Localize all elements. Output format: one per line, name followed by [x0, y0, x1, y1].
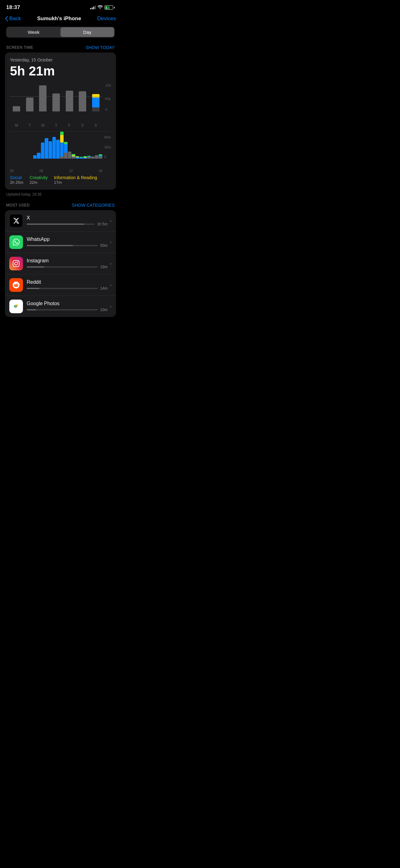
show-today-button[interactable]: SHOW TODAY — [86, 45, 115, 50]
hourly-bar-seg — [87, 157, 91, 159]
app-list-item[interactable]: Google Photos 10m › — [5, 296, 116, 317]
app-usage-bar-bg — [27, 266, 98, 268]
app-name: Reddit — [27, 279, 108, 285]
hourly-time-row: 00061218 — [10, 169, 111, 173]
app-usage-bar-bg — [27, 288, 98, 289]
week-day-label: F — [66, 123, 73, 128]
category-time: 2h 25m — [10, 180, 23, 185]
segment-day[interactable]: Day — [61, 27, 114, 37]
category-item: Information & Reading 17m — [54, 175, 97, 185]
app-name: Google Photos — [27, 301, 108, 306]
app-list: X 1h 5m › WhatsApp 50m › Instagram 19m ›… — [5, 210, 116, 317]
hourly-bar-col — [87, 156, 91, 159]
week-bar-col — [79, 91, 86, 112]
signal-bar-3 — [93, 6, 94, 9]
hourly-bar-col — [95, 155, 98, 159]
signal-bar-2 — [92, 7, 93, 9]
app-bar-row: 50m — [27, 243, 108, 248]
hourly-bar-seg — [60, 156, 64, 159]
hourly-bar-col — [41, 143, 44, 159]
app-info: Google Photos 10m — [27, 301, 108, 312]
hourly-bar-col — [37, 153, 40, 159]
app-bar-row: 10m — [27, 308, 108, 312]
segment-week[interactable]: Week — [7, 27, 61, 37]
hourly-bar-col — [68, 152, 71, 159]
back-button[interactable]: Back — [5, 16, 21, 22]
hourly-time-label: 06 — [39, 169, 43, 173]
hourly-bar-seg — [60, 132, 64, 135]
avg-label: avg — [105, 97, 111, 100]
week-label-0: 0 — [105, 108, 111, 112]
app-usage-bar-bg — [27, 309, 98, 310]
hourly-bar-col — [33, 155, 37, 159]
hourly-bar-seg — [64, 142, 67, 144]
week-day-label: T — [26, 123, 33, 128]
hourly-time-label: 18 — [99, 169, 102, 173]
week-day-label: S — [79, 123, 86, 128]
card-date: Yesterday, 15 October — [10, 57, 111, 62]
screen-time-label: SCREEN TIME — [6, 45, 33, 50]
hourly-bar-seg — [84, 158, 87, 159]
app-icon — [9, 257, 23, 270]
status-icons: 68 — [90, 5, 115, 10]
hourly-bar-seg — [45, 138, 48, 159]
week-bar-col — [66, 91, 73, 112]
week-label-12h: 12h — [105, 84, 111, 87]
app-usage-bar-fill — [27, 223, 84, 225]
category-time: 22m — [29, 180, 47, 185]
app-time: 10m — [100, 308, 107, 312]
hourly-bar-col — [56, 140, 60, 159]
app-icon — [9, 235, 23, 249]
app-bar-row: 14m — [27, 286, 108, 290]
wifi-icon — [98, 5, 103, 10]
hourly-bars — [10, 135, 102, 159]
chevron-right-icon: › — [110, 261, 112, 266]
week-chart: 12h avg 0 avg — [10, 84, 111, 121]
hourly-bar-col — [79, 157, 83, 159]
app-name: Instagram — [27, 258, 108, 264]
app-list-item[interactable]: Instagram 19m › — [5, 253, 116, 274]
week-bar-col — [13, 106, 20, 112]
status-time: 18:37 — [6, 4, 20, 10]
battery-percent: 68 — [105, 6, 113, 9]
chevron-right-icon: › — [110, 239, 112, 245]
hourly-bar-col — [45, 138, 48, 159]
hourly-bar-seg — [33, 155, 37, 159]
hourly-bar-seg — [95, 155, 98, 159]
app-icon — [9, 300, 23, 313]
hourly-chart-labels: 60m 30m 0 — [104, 135, 111, 159]
app-list-item[interactable]: WhatsApp 50m › — [5, 231, 116, 253]
devices-button[interactable]: Devices — [97, 16, 116, 22]
hourly-bar-col — [49, 141, 52, 159]
hourly-bar-seg — [41, 143, 44, 159]
app-usage-bar-fill — [27, 245, 73, 246]
app-usage-bar-fill — [27, 309, 36, 310]
hourly-time-label: 00 — [10, 169, 14, 173]
app-list-item[interactable]: Reddit 14m › — [5, 274, 116, 296]
battery-tip — [114, 7, 115, 8]
app-usage-bar-bg — [27, 245, 98, 246]
hourly-bar-seg — [60, 143, 64, 156]
hourly-bar-seg — [79, 157, 83, 159]
screen-time-card: Yesterday, 15 October 5h 21m 12h avg 0 a… — [5, 53, 116, 190]
week-bar-gray — [92, 107, 100, 112]
week-day-label: M — [13, 123, 20, 128]
app-info: X 1h 5m — [27, 215, 108, 226]
hourly-bar-col — [60, 132, 64, 159]
hourly-bar-seg — [68, 152, 71, 159]
app-icon — [9, 278, 23, 292]
hourly-chart: 60m 30m 0 — [10, 135, 111, 166]
hourly-bar-seg — [60, 135, 64, 142]
hourly-bar-seg — [64, 144, 67, 153]
hourly-bar-seg — [56, 140, 60, 159]
avg-line: avg — [10, 96, 102, 100]
chevron-right-icon: › — [110, 218, 112, 223]
chevron-right-icon: › — [110, 282, 112, 288]
show-categories-button[interactable]: SHOW CATEGORIES — [72, 203, 115, 208]
hourly-bar-col — [64, 142, 67, 159]
app-list-item[interactable]: X 1h 5m › — [5, 210, 116, 231]
category-row: Social 2h 25m Creativity 22m Information… — [10, 175, 111, 185]
hourly-bar-col — [53, 137, 56, 159]
signal-bar-1 — [90, 8, 91, 9]
app-usage-bar-fill — [27, 266, 44, 268]
